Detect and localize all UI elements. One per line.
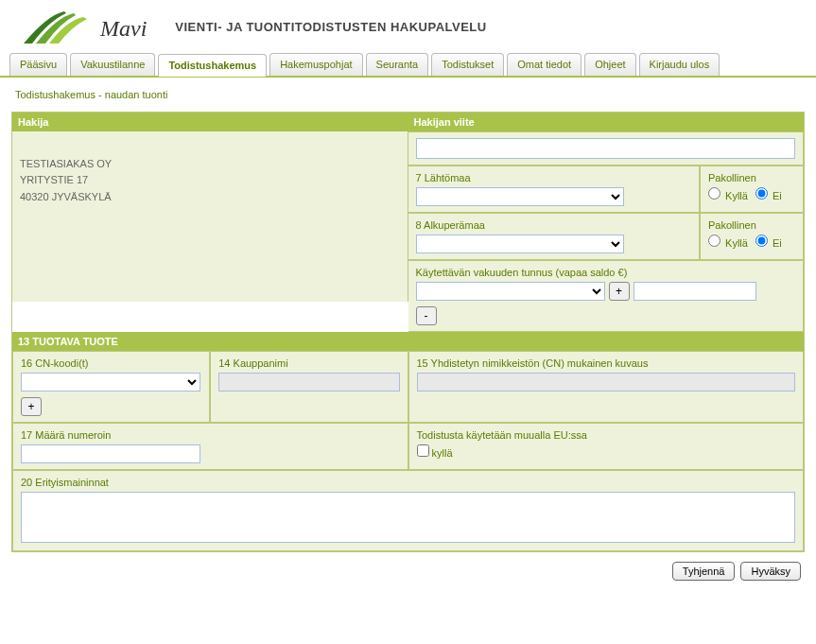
kauppanimi-input <box>218 373 399 392</box>
lahtomaa-select[interactable] <box>416 187 624 206</box>
logo-mark-icon <box>19 8 95 45</box>
alkuperamaa-select[interactable] <box>416 235 624 253</box>
vakuus-add-button[interactable]: + <box>609 282 630 301</box>
vakuus-label: Käytettävän vakuuden tunnus (vapaa saldo… <box>416 267 796 278</box>
alkuperamaa-pakollinen-label: Pakollinen <box>708 219 795 231</box>
applicant-postal: 40320 JYVÄSKYLÄ <box>20 189 400 206</box>
applicant-street: YRITYSTIE 17 <box>20 172 400 189</box>
section-hakija-title: Hakija <box>12 113 408 131</box>
applicant-name: TESTIASIAKAS OY <box>20 156 400 173</box>
kauppanimi-label: 14 Kauppanimi <box>218 357 399 369</box>
tab-omat-tiedot[interactable]: Omat tiedot <box>507 53 582 76</box>
lahtomaa-pakollinen-label: Pakollinen <box>708 172 795 183</box>
hakijan-viite-input[interactable] <box>416 138 796 159</box>
lahtomaa-ei-radio[interactable]: Ei <box>755 187 782 201</box>
cn-koodi-select[interactable] <box>21 373 200 392</box>
tab-hakemuspohjat[interactable]: Hakemuspohjat <box>269 53 362 76</box>
eu-use-checkbox[interactable]: kyllä <box>417 447 453 459</box>
erityis-textarea[interactable] <box>21 492 795 543</box>
cn-koodi-label: 16 CN-koodi(t) <box>21 357 201 369</box>
kuvaus-label: 15 Yhdistetyn nimikkeistön (CN) mukainen… <box>417 357 796 369</box>
section-tuotava-tuote-title: 13 TUOTAVA TUOTE <box>12 332 804 351</box>
vakuus-remove-button[interactable]: - <box>416 306 437 325</box>
logo: Mavi <box>19 8 147 45</box>
tab-bar: Pääsivu Vakuustilanne Todistushakemus Ha… <box>0 53 816 78</box>
cn-koodi-add-button[interactable]: + <box>21 397 42 416</box>
hyvaksy-button[interactable]: Hyväksy <box>740 562 801 581</box>
alkuperamaa-kylla-radio[interactable]: Kyllä <box>708 235 748 249</box>
vakuus-amount-input[interactable] <box>634 282 756 301</box>
maara-label: 17 Määrä numeroin <box>21 429 400 441</box>
tab-todistukset[interactable]: Todistukset <box>431 53 504 76</box>
tab-todistushakemus[interactable]: Todistushakemus <box>158 54 267 77</box>
tab-kirjaudu-ulos[interactable]: Kirjaudu ulos <box>639 53 721 76</box>
header: Mavi VIENTI- JA TUONTITODISTUSTEN HAKUPA… <box>0 0 816 53</box>
application-form: Hakija TESTIASIAKAS OY YRITYSTIE 17 4032… <box>11 112 805 552</box>
tab-seuranta[interactable]: Seuranta <box>366 53 429 76</box>
eu-use-label: Todistusta käytetään muualla EU:ssa <box>417 429 796 441</box>
brand-name: Mavi <box>100 16 147 42</box>
kuvaus-input <box>417 373 796 392</box>
erityis-label: 20 Erityismaininnat <box>21 477 795 488</box>
site-title: VIENTI- JA TUONTITODISTUSTEN HAKUPALVELU <box>175 20 486 34</box>
vakuus-select[interactable] <box>416 282 605 301</box>
breadcrumb: Todistushakemus - naudan tuonti <box>11 89 805 100</box>
alkuperamaa-label: 8 Alkuperämaa <box>416 219 692 231</box>
applicant-info: TESTIASIAKAS OY YRITYSTIE 17 40320 JYVÄS… <box>12 131 408 302</box>
maara-input[interactable] <box>21 444 200 463</box>
tab-paasivu[interactable]: Pääsivu <box>9 53 67 76</box>
section-hakijan-viite-title: Hakijan viite <box>408 113 805 131</box>
alkuperamaa-ei-radio[interactable]: Ei <box>755 235 782 249</box>
lahtomaa-kylla-radio[interactable]: Kyllä <box>708 187 748 201</box>
lahtomaa-label: 7 Lähtömaa <box>416 172 692 183</box>
tab-vakuustilanne[interactable]: Vakuustilanne <box>70 53 155 76</box>
tab-ohjeet[interactable]: Ohjeet <box>584 53 635 76</box>
tyhjenna-button[interactable]: Tyhjennä <box>672 562 736 581</box>
